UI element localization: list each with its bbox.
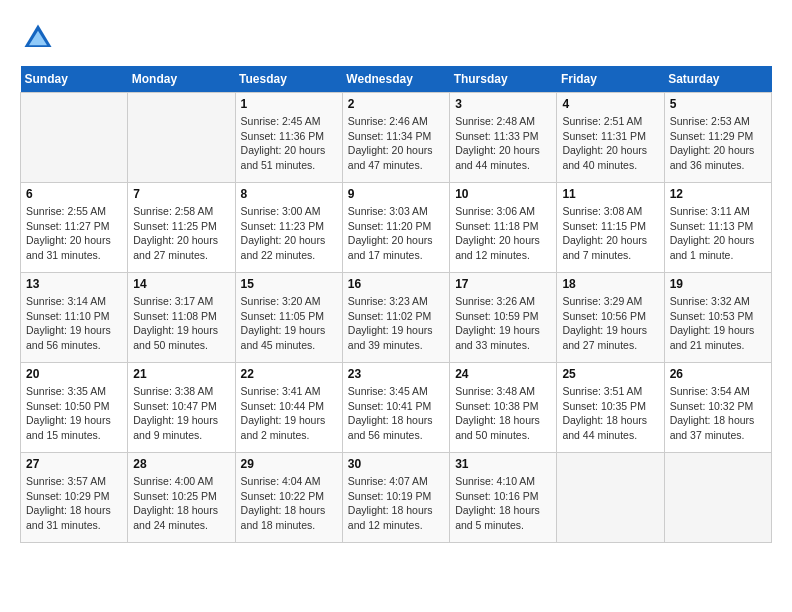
day-number: 12 bbox=[670, 187, 766, 201]
day-number: 8 bbox=[241, 187, 337, 201]
day-info: Sunrise: 3:41 AM Sunset: 10:44 PM Daylig… bbox=[241, 384, 337, 443]
day-number: 10 bbox=[455, 187, 551, 201]
calendar-cell: 14Sunrise: 3:17 AM Sunset: 11:08 PM Dayl… bbox=[128, 273, 235, 363]
page-header bbox=[20, 20, 772, 56]
calendar-header-friday: Friday bbox=[557, 66, 664, 93]
day-number: 23 bbox=[348, 367, 444, 381]
day-info: Sunrise: 3:35 AM Sunset: 10:50 PM Daylig… bbox=[26, 384, 122, 443]
calendar-cell: 24Sunrise: 3:48 AM Sunset: 10:38 PM Dayl… bbox=[450, 363, 557, 453]
day-number: 27 bbox=[26, 457, 122, 471]
day-info: Sunrise: 3:57 AM Sunset: 10:29 PM Daylig… bbox=[26, 474, 122, 533]
day-number: 28 bbox=[133, 457, 229, 471]
calendar-cell: 16Sunrise: 3:23 AM Sunset: 11:02 PM Dayl… bbox=[342, 273, 449, 363]
calendar-cell: 10Sunrise: 3:06 AM Sunset: 11:18 PM Dayl… bbox=[450, 183, 557, 273]
calendar-header-tuesday: Tuesday bbox=[235, 66, 342, 93]
day-info: Sunrise: 3:17 AM Sunset: 11:08 PM Daylig… bbox=[133, 294, 229, 353]
calendar-header-monday: Monday bbox=[128, 66, 235, 93]
calendar-cell: 19Sunrise: 3:32 AM Sunset: 10:53 PM Dayl… bbox=[664, 273, 771, 363]
day-number: 4 bbox=[562, 97, 658, 111]
day-info: Sunrise: 3:26 AM Sunset: 10:59 PM Daylig… bbox=[455, 294, 551, 353]
day-number: 11 bbox=[562, 187, 658, 201]
day-info: Sunrise: 3:08 AM Sunset: 11:15 PM Daylig… bbox=[562, 204, 658, 263]
calendar-cell: 22Sunrise: 3:41 AM Sunset: 10:44 PM Dayl… bbox=[235, 363, 342, 453]
calendar-cell bbox=[664, 453, 771, 543]
calendar-cell: 31Sunrise: 4:10 AM Sunset: 10:16 PM Dayl… bbox=[450, 453, 557, 543]
calendar-cell: 29Sunrise: 4:04 AM Sunset: 10:22 PM Dayl… bbox=[235, 453, 342, 543]
day-info: Sunrise: 3:03 AM Sunset: 11:20 PM Daylig… bbox=[348, 204, 444, 263]
calendar-header-row: SundayMondayTuesdayWednesdayThursdayFrid… bbox=[21, 66, 772, 93]
day-number: 14 bbox=[133, 277, 229, 291]
calendar-cell: 27Sunrise: 3:57 AM Sunset: 10:29 PM Dayl… bbox=[21, 453, 128, 543]
day-info: Sunrise: 3:51 AM Sunset: 10:35 PM Daylig… bbox=[562, 384, 658, 443]
day-info: Sunrise: 2:48 AM Sunset: 11:33 PM Daylig… bbox=[455, 114, 551, 173]
day-number: 30 bbox=[348, 457, 444, 471]
calendar-cell: 28Sunrise: 4:00 AM Sunset: 10:25 PM Dayl… bbox=[128, 453, 235, 543]
day-info: Sunrise: 2:46 AM Sunset: 11:34 PM Daylig… bbox=[348, 114, 444, 173]
day-number: 3 bbox=[455, 97, 551, 111]
calendar-cell: 25Sunrise: 3:51 AM Sunset: 10:35 PM Dayl… bbox=[557, 363, 664, 453]
calendar-cell: 15Sunrise: 3:20 AM Sunset: 11:05 PM Dayl… bbox=[235, 273, 342, 363]
calendar-cell: 4Sunrise: 2:51 AM Sunset: 11:31 PM Dayli… bbox=[557, 93, 664, 183]
calendar-cell: 2Sunrise: 2:46 AM Sunset: 11:34 PM Dayli… bbox=[342, 93, 449, 183]
calendar-cell: 21Sunrise: 3:38 AM Sunset: 10:47 PM Dayl… bbox=[128, 363, 235, 453]
day-number: 2 bbox=[348, 97, 444, 111]
calendar-cell: 5Sunrise: 2:53 AM Sunset: 11:29 PM Dayli… bbox=[664, 93, 771, 183]
calendar-table: SundayMondayTuesdayWednesdayThursdayFrid… bbox=[20, 66, 772, 543]
logo bbox=[20, 20, 62, 56]
calendar-header-sunday: Sunday bbox=[21, 66, 128, 93]
calendar-cell: 18Sunrise: 3:29 AM Sunset: 10:56 PM Dayl… bbox=[557, 273, 664, 363]
calendar-cell bbox=[557, 453, 664, 543]
day-number: 6 bbox=[26, 187, 122, 201]
calendar-header-wednesday: Wednesday bbox=[342, 66, 449, 93]
day-info: Sunrise: 3:38 AM Sunset: 10:47 PM Daylig… bbox=[133, 384, 229, 443]
day-info: Sunrise: 3:32 AM Sunset: 10:53 PM Daylig… bbox=[670, 294, 766, 353]
calendar-cell: 8Sunrise: 3:00 AM Sunset: 11:23 PM Dayli… bbox=[235, 183, 342, 273]
day-number: 19 bbox=[670, 277, 766, 291]
calendar-cell: 20Sunrise: 3:35 AM Sunset: 10:50 PM Dayl… bbox=[21, 363, 128, 453]
day-info: Sunrise: 3:11 AM Sunset: 11:13 PM Daylig… bbox=[670, 204, 766, 263]
day-info: Sunrise: 3:45 AM Sunset: 10:41 PM Daylig… bbox=[348, 384, 444, 443]
calendar-cell: 9Sunrise: 3:03 AM Sunset: 11:20 PM Dayli… bbox=[342, 183, 449, 273]
calendar-cell: 23Sunrise: 3:45 AM Sunset: 10:41 PM Dayl… bbox=[342, 363, 449, 453]
calendar-cell: 3Sunrise: 2:48 AM Sunset: 11:33 PM Dayli… bbox=[450, 93, 557, 183]
calendar-cell: 1Sunrise: 2:45 AM Sunset: 11:36 PM Dayli… bbox=[235, 93, 342, 183]
day-info: Sunrise: 3:06 AM Sunset: 11:18 PM Daylig… bbox=[455, 204, 551, 263]
day-info: Sunrise: 3:23 AM Sunset: 11:02 PM Daylig… bbox=[348, 294, 444, 353]
calendar-cell: 7Sunrise: 2:58 AM Sunset: 11:25 PM Dayli… bbox=[128, 183, 235, 273]
calendar-cell: 6Sunrise: 2:55 AM Sunset: 11:27 PM Dayli… bbox=[21, 183, 128, 273]
day-number: 22 bbox=[241, 367, 337, 381]
calendar-cell: 26Sunrise: 3:54 AM Sunset: 10:32 PM Dayl… bbox=[664, 363, 771, 453]
day-number: 5 bbox=[670, 97, 766, 111]
day-info: Sunrise: 4:07 AM Sunset: 10:19 PM Daylig… bbox=[348, 474, 444, 533]
day-number: 26 bbox=[670, 367, 766, 381]
calendar-cell: 13Sunrise: 3:14 AM Sunset: 11:10 PM Dayl… bbox=[21, 273, 128, 363]
day-number: 31 bbox=[455, 457, 551, 471]
day-info: Sunrise: 2:53 AM Sunset: 11:29 PM Daylig… bbox=[670, 114, 766, 173]
day-info: Sunrise: 2:58 AM Sunset: 11:25 PM Daylig… bbox=[133, 204, 229, 263]
calendar-week-row: 27Sunrise: 3:57 AM Sunset: 10:29 PM Dayl… bbox=[21, 453, 772, 543]
day-info: Sunrise: 4:04 AM Sunset: 10:22 PM Daylig… bbox=[241, 474, 337, 533]
day-info: Sunrise: 3:14 AM Sunset: 11:10 PM Daylig… bbox=[26, 294, 122, 353]
day-number: 1 bbox=[241, 97, 337, 111]
day-info: Sunrise: 3:00 AM Sunset: 11:23 PM Daylig… bbox=[241, 204, 337, 263]
calendar-cell: 11Sunrise: 3:08 AM Sunset: 11:15 PM Dayl… bbox=[557, 183, 664, 273]
day-number: 9 bbox=[348, 187, 444, 201]
day-info: Sunrise: 2:45 AM Sunset: 11:36 PM Daylig… bbox=[241, 114, 337, 173]
day-info: Sunrise: 3:29 AM Sunset: 10:56 PM Daylig… bbox=[562, 294, 658, 353]
day-number: 15 bbox=[241, 277, 337, 291]
calendar-cell: 17Sunrise: 3:26 AM Sunset: 10:59 PM Dayl… bbox=[450, 273, 557, 363]
logo-icon bbox=[20, 20, 56, 56]
calendar-header-saturday: Saturday bbox=[664, 66, 771, 93]
day-number: 21 bbox=[133, 367, 229, 381]
day-number: 7 bbox=[133, 187, 229, 201]
day-info: Sunrise: 2:51 AM Sunset: 11:31 PM Daylig… bbox=[562, 114, 658, 173]
day-number: 24 bbox=[455, 367, 551, 381]
calendar-week-row: 13Sunrise: 3:14 AM Sunset: 11:10 PM Dayl… bbox=[21, 273, 772, 363]
day-number: 13 bbox=[26, 277, 122, 291]
calendar-cell bbox=[128, 93, 235, 183]
day-info: Sunrise: 4:10 AM Sunset: 10:16 PM Daylig… bbox=[455, 474, 551, 533]
day-number: 16 bbox=[348, 277, 444, 291]
day-info: Sunrise: 2:55 AM Sunset: 11:27 PM Daylig… bbox=[26, 204, 122, 263]
day-info: Sunrise: 3:20 AM Sunset: 11:05 PM Daylig… bbox=[241, 294, 337, 353]
day-info: Sunrise: 4:00 AM Sunset: 10:25 PM Daylig… bbox=[133, 474, 229, 533]
